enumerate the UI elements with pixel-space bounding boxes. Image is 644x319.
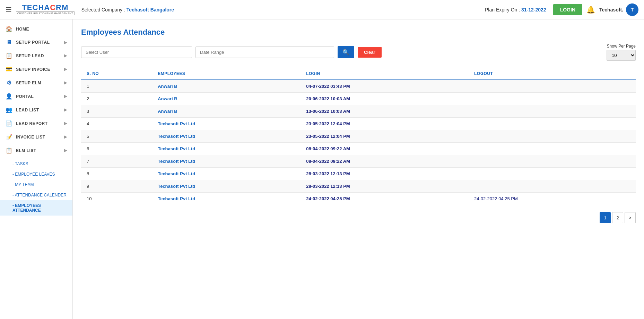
chevron-right-icon: ▶ xyxy=(64,67,67,72)
brand-tagline: CUSTOMER RELATIONSHIP MANAGEMENT xyxy=(16,11,75,15)
table-row: 10 Techasoft Pvt Ltd 24-02-2022 04:25 PM… xyxy=(81,193,636,205)
sidebar: 🏠 HOME 🖥 SETUP PORTAL ▶ 📋 SETUP LEAD ▶ 💳… xyxy=(0,19,73,319)
hamburger-menu-icon[interactable]: ☰ xyxy=(6,6,12,14)
cell-employee: Techasoft Pvt Ltd xyxy=(152,155,301,168)
login-button[interactable]: LOGIN xyxy=(553,4,582,15)
sidebar-sub-item-attendance-calendar[interactable]: - ATTENDANCE CALENDER xyxy=(0,190,72,200)
setup-portal-icon: 🖥 xyxy=(6,39,12,45)
table-row: 8 Techasoft Pvt Ltd 28-03-2022 12:13 PM xyxy=(81,168,636,180)
navbar: ☰ TECHACRM CUSTOMER RELATIONSHIP MANAGEM… xyxy=(0,0,644,19)
expiry-date: 31-12-2022 xyxy=(521,7,546,12)
page-1-button[interactable]: 1 xyxy=(600,212,611,223)
home-icon: 🏠 xyxy=(6,26,12,32)
cell-login: 28-03-2022 12:13 PM xyxy=(301,168,469,180)
company-name: Techasoft Bangalore xyxy=(127,7,174,12)
sidebar-item-elm-list[interactable]: 📋 ELM LIST ▶ xyxy=(0,144,72,157)
per-page-select[interactable]: 10 25 50 100 xyxy=(607,50,636,61)
sidebar-item-label: PORTAL xyxy=(16,94,34,99)
sidebar-sub-menu: - TASKS - EMPLOYEE LEAVES - MY TEAM - AT… xyxy=(0,157,72,217)
sidebar-item-setup-invoice[interactable]: 💳 SETUP INVOICE ▶ xyxy=(0,62,72,76)
sidebar-item-lead-list[interactable]: 👥 LEAD LIST ▶ xyxy=(0,103,72,117)
navbar-actions: LOGIN 🔔 Techasoft. T xyxy=(553,3,638,16)
sidebar-item-label: SETUP PORTAL xyxy=(16,40,50,45)
lead-list-icon: 👥 xyxy=(6,107,12,113)
notification-bell-icon[interactable]: 🔔 xyxy=(586,6,595,14)
username: Techasoft. xyxy=(599,7,623,12)
table-body: 1 Anwari B 04-07-2022 03:43 PM 2 Anwari … xyxy=(81,80,636,205)
sidebar-item-invoice-list[interactable]: 📝 INVOICE LIST ▶ xyxy=(0,130,72,144)
company-prefix: Selected Company : xyxy=(81,7,125,12)
chevron-right-icon: ▶ xyxy=(64,108,67,112)
chevron-right-icon: ▶ xyxy=(64,81,67,85)
cell-login: 13-06-2022 10:03 AM xyxy=(301,105,469,118)
show-per-page: Show Per Page 10 25 50 100 xyxy=(607,44,636,61)
sidebar-item-label: SETUP ELM xyxy=(16,81,41,85)
cell-sno: 10 xyxy=(81,193,152,205)
filter-bar: 🔍 Clear Show Per Page 10 25 50 100 xyxy=(81,44,636,61)
table-row: 3 Anwari B 13-06-2022 10:03 AM xyxy=(81,105,636,118)
sidebar-item-home[interactable]: 🏠 HOME xyxy=(0,22,72,36)
sidebar-sub-item-tasks[interactable]: - TASKS xyxy=(0,159,72,169)
cell-login: 20-06-2022 10:03 AM xyxy=(301,93,469,105)
sidebar-item-label: SETUP LEAD xyxy=(16,53,44,58)
attendance-table: S. NO EMPLOYEES LOGIN LOGOUT 1 Anwari B … xyxy=(81,68,636,205)
elm-list-icon: 📋 xyxy=(6,147,12,154)
cell-employee: Techasoft Pvt Ltd xyxy=(152,168,301,180)
sidebar-item-label: INVOICE LIST xyxy=(16,135,45,140)
lead-report-icon: 📄 xyxy=(6,120,12,127)
cell-logout xyxy=(469,80,636,93)
sidebar-item-label: LEAD LIST xyxy=(16,108,39,112)
chevron-right-icon: ▶ xyxy=(64,53,67,58)
sidebar-item-setup-lead[interactable]: 📋 SETUP LEAD ▶ xyxy=(0,49,72,62)
cell-employee: Anwari B xyxy=(152,93,301,105)
cell-employee: Anwari B xyxy=(152,105,301,118)
sidebar-sub-item-my-team[interactable]: - MY TEAM xyxy=(0,179,72,190)
cell-logout xyxy=(469,130,636,143)
cell-employee: Techasoft Pvt Ltd xyxy=(152,193,301,205)
page-title: Employees Attendance xyxy=(81,28,636,37)
sidebar-item-setup-portal[interactable]: 🖥 SETUP PORTAL ▶ xyxy=(0,36,72,49)
setup-lead-icon: 📋 xyxy=(6,52,12,59)
cell-employee: Techasoft Pvt Ltd xyxy=(152,143,301,155)
sidebar-sub-item-employee-leaves[interactable]: - EMPLOYEE LEAVES xyxy=(0,169,72,179)
sidebar-item-lead-report[interactable]: 📄 LEAD REPORT ▶ xyxy=(0,117,72,130)
main-content: Employees Attendance 🔍 Clear Show Per Pa… xyxy=(73,19,644,319)
date-range-input[interactable] xyxy=(195,47,334,58)
sidebar-item-label: ELM LIST xyxy=(16,148,36,153)
clear-button[interactable]: Clear xyxy=(358,47,382,58)
search-button[interactable]: 🔍 xyxy=(338,46,354,58)
portal-icon: 👤 xyxy=(6,93,12,100)
sidebar-item-portal[interactable]: 👤 PORTAL ▶ xyxy=(0,90,72,103)
cell-employee: Techasoft Pvt Ltd xyxy=(152,118,301,130)
company-label: Selected Company : Techasoft Bangalore xyxy=(81,7,485,12)
avatar: T xyxy=(626,3,638,16)
cell-login: 28-03-2022 12:13 PM xyxy=(301,180,469,193)
chevron-right-icon: ▶ xyxy=(64,121,67,126)
table-row: 7 Techasoft Pvt Ltd 08-04-2022 09:22 AM xyxy=(81,155,636,168)
cell-logout xyxy=(469,155,636,168)
cell-sno: 4 xyxy=(81,118,152,130)
brand-start: TECHA xyxy=(22,3,50,12)
col-employees: EMPLOYEES xyxy=(152,68,301,80)
expiry-label: Plan Expiry On : 31-12-2022 xyxy=(485,7,546,12)
cell-sno: 1 xyxy=(81,80,152,93)
show-per-page-label: Show Per Page xyxy=(607,44,636,49)
page-next-button[interactable]: > xyxy=(625,212,636,223)
table-row: 5 Techasoft Pvt Ltd 23-05-2022 12:04 PM xyxy=(81,130,636,143)
sidebar-sub-item-employees-attendance[interactable]: - EMPLOYEES ATTENDANCE xyxy=(0,200,72,216)
cell-logout xyxy=(469,143,636,155)
sidebar-item-label: HOME xyxy=(16,27,29,32)
col-sno: S. NO xyxy=(81,68,152,80)
cell-sno: 6 xyxy=(81,143,152,155)
select-user-input[interactable] xyxy=(81,47,192,58)
page-2-button[interactable]: 2 xyxy=(612,212,623,223)
brand-c: C xyxy=(50,3,56,12)
cell-logout xyxy=(469,105,636,118)
table-header: S. NO EMPLOYEES LOGIN LOGOUT xyxy=(81,68,636,80)
user-info: Techasoft. T xyxy=(599,3,638,16)
pagination: 1 2 > xyxy=(81,212,636,223)
chevron-right-icon: ▶ xyxy=(64,148,67,153)
cell-logout: 24-02-2022 04:25 PM xyxy=(469,193,636,205)
table-row: 2 Anwari B 20-06-2022 10:03 AM xyxy=(81,93,636,105)
sidebar-item-setup-elm[interactable]: ⚙ SETUP ELM ▶ xyxy=(0,76,72,90)
